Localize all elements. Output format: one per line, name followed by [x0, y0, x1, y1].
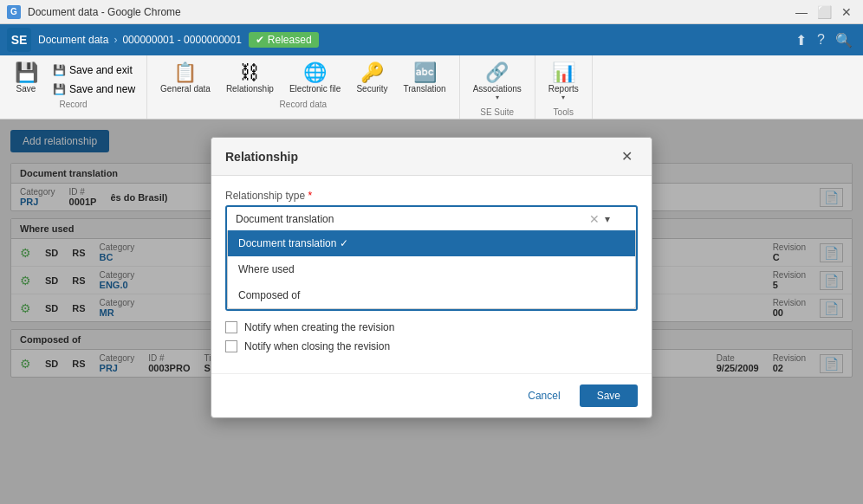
electronic-file-button[interactable]: 🌐 Electronic file — [283, 59, 347, 98]
tools-group-label: Tools — [542, 106, 585, 119]
modal-header: Relationship ✕ — [211, 138, 652, 176]
cancel-button[interactable]: Cancel — [517, 384, 570, 407]
ribbon-group-record: 💾 Save 💾 Save and exit 💾 Save and new Re… — [0, 55, 147, 119]
select-display[interactable]: Document translation ✕ ▾ — [227, 207, 636, 231]
save-button[interactable]: 💾 Save — [7, 59, 45, 98]
modal-body: Relationship type * Document translation… — [211, 176, 652, 373]
ribbon: 💾 Save 💾 Save and exit 💾 Save and new Re… — [0, 55, 863, 120]
ribbon-group-tools: 📊 Reports ▾ Tools — [535, 55, 593, 119]
modal-close-button[interactable]: ✕ — [616, 146, 638, 166]
relationship-button[interactable]: ⛓ Relationship — [220, 59, 280, 98]
dropdown-item-doc-translation[interactable]: Document translation — [228, 230, 635, 256]
security-button[interactable]: 🔑 Security — [350, 59, 393, 98]
close-button[interactable]: ✕ — [837, 3, 856, 22]
breadcrumb-doc-data[interactable]: Document data — [38, 34, 108, 46]
save-exit-icon: 💾 — [53, 64, 66, 76]
title-bar: G Document data - Google Chrome — ⬜ ✕ — [0, 0, 863, 24]
dropdown-arrow-icon[interactable]: ▾ — [605, 213, 610, 225]
reports-icon: 📊 — [552, 63, 575, 82]
help-icon[interactable]: ? — [814, 29, 828, 52]
sesuite-group-label: SE Suite — [467, 106, 528, 119]
field-label: Relationship type * — [225, 190, 638, 202]
electronic-file-icon: 🌐 — [303, 63, 327, 82]
status-text: Released — [268, 34, 312, 46]
dropdown-list: Document translation Where used Composed… — [227, 230, 636, 309]
save-button[interactable]: Save — [580, 384, 638, 407]
notify-creating-row: Notify when creating the revision — [225, 321, 638, 333]
translation-icon: 🔤 — [413, 63, 437, 82]
dropdown-item-where-used[interactable]: Where used — [228, 256, 635, 282]
ribbon-group-record-data: 📋 General data ⛓ Relationship 🌐 Electron… — [147, 55, 460, 119]
select-clear-icon[interactable]: ✕ — [589, 212, 600, 226]
notify-closing-checkbox[interactable] — [225, 340, 237, 352]
associations-icon: 🔗 — [485, 63, 509, 82]
modal-footer: Cancel Save — [211, 373, 652, 417]
collapse-icon[interactable]: ⬆ — [792, 29, 810, 52]
ribbon-group-sesuite: 🔗 Associations ▾ SE Suite — [460, 55, 535, 119]
record-group-label: Record — [7, 98, 140, 111]
general-data-icon: 📋 — [173, 63, 197, 82]
breadcrumb-record[interactable]: 000000001 - 0000000001 — [122, 34, 241, 46]
save-new-icon: 💾 — [53, 83, 66, 95]
relationship-type-field: Relationship type * Document translation… — [225, 190, 638, 311]
reports-button[interactable]: 📊 Reports ▾ — [542, 59, 585, 106]
title-bar-text: Document data - Google Chrome — [28, 6, 181, 18]
content-area: Add relationship Document translation Ca… — [0, 120, 863, 504]
header-right: ⬆ ? 🔍 — [792, 29, 856, 52]
selected-value: Document translation — [236, 213, 334, 225]
minimize-button[interactable]: — — [792, 3, 811, 22]
relationship-modal: Relationship ✕ Relationship type * Docum… — [211, 137, 652, 418]
relationship-icon: ⛓ — [240, 63, 259, 82]
notify-closing-row: Notify when closing the revision — [225, 340, 638, 352]
save-exit-button[interactable]: 💾 Save and exit — [49, 61, 140, 79]
browser-icon: G — [7, 5, 21, 19]
header-bar: SE Document data › 000000001 - 000000000… — [0, 24, 863, 55]
notify-creating-checkbox[interactable] — [225, 321, 237, 333]
translation-button[interactable]: 🔤 Translation — [398, 59, 452, 98]
associations-button[interactable]: 🔗 Associations ▾ — [467, 59, 528, 106]
save-new-label: Save and new — [69, 83, 135, 95]
save-options: 💾 Save and exit 💾 Save and new — [49, 61, 140, 98]
modal-overlay: Relationship ✕ Relationship type * Docum… — [0, 120, 863, 504]
status-badge: ✔ Released — [249, 32, 319, 48]
record-data-group-label: Record data — [154, 98, 452, 111]
save-exit-label: Save and exit — [69, 64, 133, 76]
general-data-button[interactable]: 📋 General data — [154, 59, 217, 98]
maximize-button[interactable]: ⬜ — [814, 3, 834, 22]
notify-creating-label: Notify when creating the revision — [244, 321, 394, 333]
app-icon: SE — [7, 28, 31, 52]
breadcrumb: Document data › 000000001 - 0000000001 — [38, 34, 242, 46]
save-new-button[interactable]: 💾 Save and new — [49, 81, 140, 98]
dropdown-item-composed-of[interactable]: Composed of — [228, 282, 635, 308]
search-icon[interactable]: 🔍 — [832, 29, 856, 52]
relationship-type-select[interactable]: Document translation ✕ ▾ Document transl… — [225, 205, 638, 311]
security-icon: 🔑 — [360, 63, 384, 82]
modal-title: Relationship — [225, 150, 298, 164]
save-icon: 💾 — [15, 63, 38, 82]
notify-closing-label: Notify when closing the revision — [244, 340, 390, 352]
window-controls: — ⬜ ✕ — [792, 3, 856, 22]
status-icon: ✔ — [256, 34, 264, 46]
